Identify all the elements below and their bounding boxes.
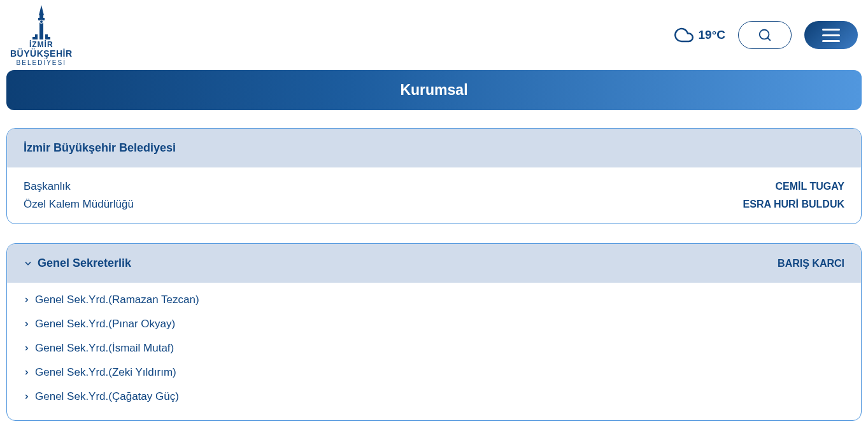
- secretariat-sub-list: Genel Sek.Yrd.(Ramazan Tezcan) Genel Sek…: [7, 283, 861, 420]
- chevron-right-icon: [24, 321, 30, 327]
- info-row: Özel Kalem Müdürlüğü ESRA HURİ BULDUK: [24, 195, 844, 213]
- chevron-right-icon: [24, 297, 30, 303]
- secretariat-title: Genel Sekreterlik: [38, 257, 131, 270]
- sub-item-label: Genel Sek.Yrd.(Zeki Yıldırım): [35, 366, 176, 379]
- site-logo[interactable]: İZMİR BÜYÜKŞEHİR BELEDİYESİ: [10, 4, 73, 66]
- svg-point-4: [40, 20, 43, 23]
- secretariat-sub-item[interactable]: Genel Sek.Yrd.(Ramazan Tezcan): [24, 288, 844, 312]
- info-value: ESRA HURİ BULDUK: [743, 199, 844, 210]
- svg-rect-7: [32, 37, 35, 39]
- svg-rect-8: [48, 37, 50, 39]
- search-icon: [758, 28, 772, 42]
- svg-line-10: [767, 38, 770, 40]
- secretariat-card-header[interactable]: Genel Sekreterlik BARIŞ KARCI: [7, 244, 861, 283]
- chevron-right-icon: [24, 345, 30, 351]
- logo-line-2: BÜYÜKŞEHİR: [10, 49, 73, 59]
- weather-icon: [674, 25, 694, 45]
- info-label[interactable]: Özel Kalem Müdürlüğü: [24, 198, 134, 211]
- chevron-right-icon: [24, 394, 30, 400]
- sub-item-label: Genel Sek.Yrd.(Pınar Okyay): [35, 318, 175, 330]
- sub-item-label: Genel Sek.Yrd.(İsmail Mutaf): [35, 342, 174, 355]
- header-actions: 19°C: [674, 21, 858, 49]
- municipality-card-header: İzmir Büyükşehir Belediyesi: [7, 129, 861, 167]
- secretariat-head: BARIŞ KARCI: [778, 258, 844, 269]
- logo-line-3: BELEDİYESİ: [10, 59, 73, 66]
- svg-rect-6: [45, 34, 48, 39]
- hamburger-icon: [822, 29, 840, 42]
- weather-widget[interactable]: 19°C: [674, 25, 725, 45]
- logo-text: İZMİR BÜYÜKŞEHİR BELEDİYESİ: [10, 41, 73, 66]
- chevron-down-icon: [24, 259, 32, 268]
- secretariat-sub-item[interactable]: Genel Sek.Yrd.(Pınar Okyay): [24, 312, 844, 336]
- weather-temperature: 19°C: [699, 28, 725, 42]
- secretariat-sub-item[interactable]: Genel Sek.Yrd.(Çağatay Güç): [24, 385, 844, 409]
- secretariat-sub-item[interactable]: Genel Sek.Yrd.(İsmail Mutaf): [24, 336, 844, 360]
- chevron-right-icon: [24, 369, 30, 376]
- municipality-card-body: Başkanlık CEMİL TUGAY Özel Kalem Müdürlü…: [7, 167, 861, 223]
- municipality-card: İzmir Büyükşehir Belediyesi Başkanlık CE…: [6, 128, 862, 224]
- sub-item-label: Genel Sek.Yrd.(Çağatay Güç): [35, 390, 179, 403]
- page-title: Kurumsal: [19, 82, 849, 99]
- page-title-bar: Kurumsal: [6, 70, 862, 110]
- info-value: CEMİL TUGAY: [776, 181, 844, 192]
- search-button[interactable]: [738, 21, 792, 49]
- info-label[interactable]: Başkanlık: [24, 180, 71, 193]
- secretariat-sub-item[interactable]: Genel Sek.Yrd.(Zeki Yıldırım): [24, 360, 844, 385]
- svg-rect-5: [35, 34, 38, 39]
- clock-tower-icon: [30, 4, 53, 39]
- site-header: İZMİR BÜYÜKŞEHİR BELEDİYESİ 19°C: [0, 0, 868, 70]
- sub-item-label: Genel Sek.Yrd.(Ramazan Tezcan): [35, 294, 199, 306]
- menu-button[interactable]: [804, 21, 858, 49]
- secretariat-card: Genel Sekreterlik BARIŞ KARCI Genel Sek.…: [6, 243, 862, 421]
- info-row: Başkanlık CEMİL TUGAY: [24, 178, 844, 195]
- municipality-title: İzmir Büyükşehir Belediyesi: [24, 141, 176, 155]
- svg-marker-1: [39, 5, 44, 15]
- main-content: Kurumsal İzmir Büyükşehir Belediyesi Baş…: [0, 70, 868, 421]
